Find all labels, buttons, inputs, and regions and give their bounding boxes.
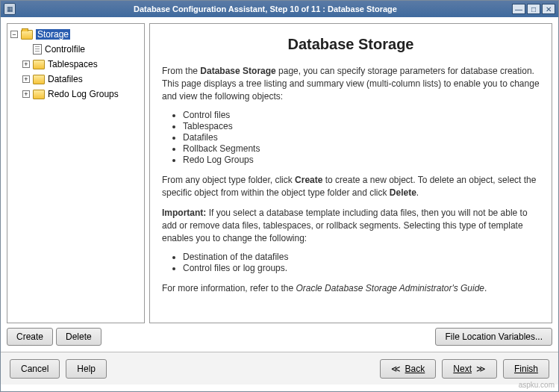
finish-button[interactable]: Finish	[503, 359, 549, 379]
minimize-button[interactable]: —	[512, 4, 525, 14]
tree-root-storage[interactable]: − Storage	[9, 27, 143, 42]
folder-icon	[33, 90, 45, 99]
intro-paragraph: From the Database Storage page, you can …	[162, 65, 540, 102]
tree-label: Datafiles	[48, 74, 83, 84]
template-list: Destination of the datafiles Control fil…	[162, 252, 540, 273]
collapse-icon[interactable]: −	[10, 31, 18, 38]
maximize-button[interactable]: □	[527, 4, 540, 14]
folder-open-icon	[21, 30, 33, 40]
wizard-nav-bar: Cancel Help ≪Back Next≫ Finish	[1, 352, 558, 385]
list-item: Redo Log Groups	[183, 155, 540, 165]
list-item: Control files or log groups.	[183, 263, 540, 273]
main-panel: Database Storage From the Database Stora…	[149, 23, 552, 346]
tree-panel: − Storage Controlfile + Tablespaces + Da…	[7, 23, 145, 346]
next-button[interactable]: Next≫	[442, 359, 497, 379]
tree-label: Storage	[36, 29, 70, 40]
create-button[interactable]: Create	[7, 328, 53, 346]
create-delete-paragraph: From any object type folder, click Creat…	[162, 174, 540, 199]
expand-icon[interactable]: +	[22, 60, 30, 68]
tree-item-datafiles[interactable]: + Datafiles	[9, 72, 143, 87]
tree-item-tablespaces[interactable]: + Tablespaces	[9, 57, 143, 72]
help-button[interactable]: Help	[66, 359, 107, 379]
description-pane: Database Storage From the Database Stora…	[149, 23, 552, 323]
expand-icon[interactable]: +	[22, 90, 30, 98]
important-paragraph: Important: If you select a database temp…	[162, 207, 540, 244]
folder-icon	[33, 75, 45, 84]
titlebar: ▦ Database Configuration Assistant, Step…	[1, 1, 558, 17]
list-item: Datafiles	[183, 132, 540, 143]
app-icon: ▦	[4, 3, 16, 15]
window-title: Database Configuration Assistant, Step 1…	[20, 4, 510, 13]
file-icon	[33, 44, 42, 55]
chevron-right-icon: ≫	[476, 364, 486, 374]
objects-list: Control files Tablespaces Datafiles Roll…	[162, 110, 540, 165]
list-item: Control files	[183, 110, 540, 120]
close-button[interactable]: ✕	[542, 4, 555, 14]
folder-icon	[33, 60, 45, 69]
list-item: Destination of the datafiles	[183, 252, 540, 262]
cancel-button[interactable]: Cancel	[10, 359, 60, 379]
tree-item-controlfile[interactable]: Controlfile	[9, 42, 143, 57]
more-info-paragraph: For more information, refer to the Oracl…	[162, 282, 540, 295]
tree-label: Tablespaces	[48, 59, 98, 69]
chevron-left-icon: ≪	[391, 364, 401, 374]
expand-icon[interactable]: +	[22, 75, 30, 83]
page-title: Database Storage	[162, 36, 540, 53]
tree-label: Redo Log Groups	[48, 89, 119, 99]
file-location-variables-button[interactable]: File Location Variables...	[435, 328, 552, 346]
tree-label: Controlfile	[45, 44, 85, 55]
list-item: Rollback Segments	[183, 143, 540, 154]
delete-button[interactable]: Delete	[56, 328, 102, 346]
storage-tree[interactable]: − Storage Controlfile + Tablespaces + Da…	[7, 23, 145, 323]
back-button[interactable]: ≪Back	[380, 359, 437, 379]
list-item: Tablespaces	[183, 121, 540, 131]
tree-item-redologgroups[interactable]: + Redo Log Groups	[9, 87, 143, 102]
